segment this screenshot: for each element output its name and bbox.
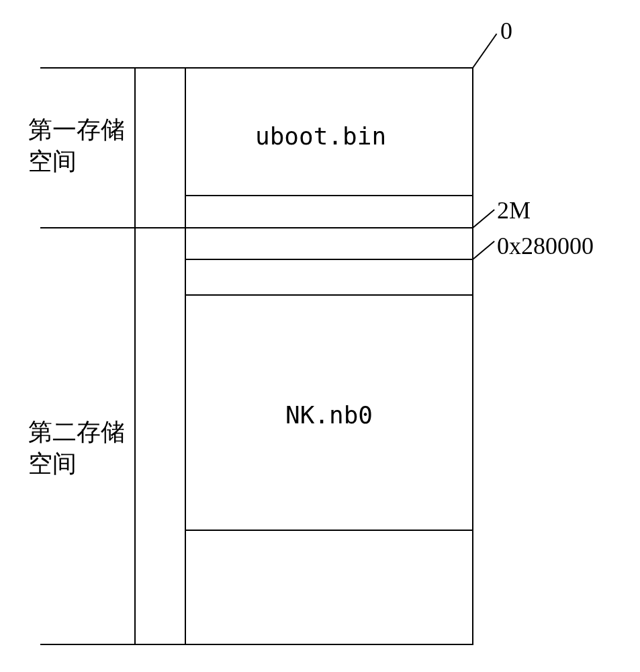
tick-2m [472,209,494,228]
addr-2m: 2M [497,196,531,224]
second-storage-label: 第二存储 空间 [28,417,125,480]
uboot-label: uboot.bin [255,121,386,153]
addr-280000: 0x280000 [497,232,594,260]
left-ext-bottom [40,644,185,645]
box-left [185,67,186,645]
box-top [185,67,473,69]
addr-0: 0 [500,17,512,45]
first-storage-label: 第一存储 空间 [28,114,125,177]
nk-label: NK.nb0 [285,400,373,431]
box-bottom [185,644,473,645]
box-h1 [185,195,473,196]
box-right [472,67,473,645]
box-h3 [185,259,473,260]
box-h2 [185,227,473,228]
tick-280000 [472,241,494,260]
memory-layout-diagram: 第一存储 空间 第二存储 空间 uboot.bin NK.nb0 0 2M 0x… [40,20,618,645]
left-ext-mid [40,227,185,228]
box-h5 [185,530,473,531]
label-divider-top [134,67,136,227]
left-ext-top [40,67,185,69]
label-divider-bottom [134,227,136,645]
box-h4 [185,294,473,296]
tick-0 [472,34,497,69]
